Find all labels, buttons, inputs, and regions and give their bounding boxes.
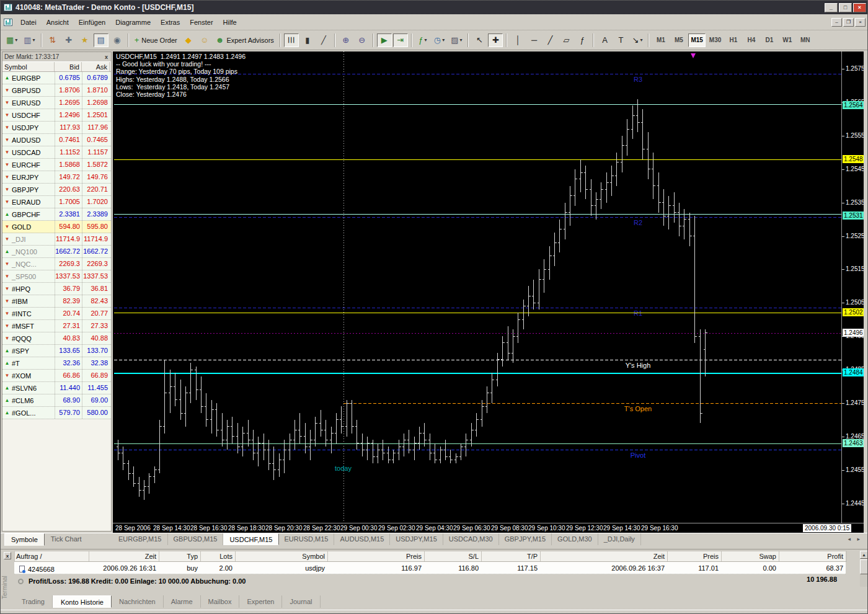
- order-row[interactable]: 42456682006.09.26 16:31buy2.00usdjpy116.…: [14, 562, 846, 574]
- timeframe-m1[interactable]: M1: [652, 33, 669, 47]
- text-button[interactable]: A: [597, 33, 612, 47]
- zoom-in-button[interactable]: ⊕: [339, 33, 353, 47]
- indicators-button[interactable]: ƒ▾: [415, 33, 430, 47]
- chart-tab-gbpusdm15[interactable]: GBPUSD,M15: [168, 533, 224, 545]
- terminal-tab-alarme[interactable]: Alarme: [164, 595, 201, 608]
- candlestick-button[interactable]: ▮: [300, 33, 315, 47]
- symbol-row[interactable]: ▼#MSFT27.3127.33: [2, 320, 111, 332]
- close-icon[interactable]: x: [4, 552, 11, 559]
- chart-tab-audusdm15[interactable]: AUDUSD,M15: [334, 533, 390, 545]
- timeframe-m15[interactable]: M15: [688, 33, 705, 47]
- symbol-row[interactable]: ▼#XOM66.8666.89: [2, 370, 111, 382]
- menu-item-diagramme[interactable]: Diagramme: [110, 16, 156, 29]
- symbol-row[interactable]: ▲#SLVN611.44011.455: [2, 382, 111, 394]
- symbol-row[interactable]: ▲#SPY133.65133.70: [2, 345, 111, 357]
- symbol-row[interactable]: ▼USDCHF1.24961.2501: [2, 109, 111, 122]
- cursor-button[interactable]: ↖: [472, 33, 487, 47]
- mdi-close-button[interactable]: ×: [855, 18, 866, 27]
- symbol-row[interactable]: ▼GBPUSD1.87061.8710: [2, 84, 111, 97]
- vertical-line-button[interactable]: │: [510, 33, 525, 47]
- templates-button[interactable]: ▨▾: [448, 33, 464, 47]
- zoom-out-button[interactable]: ⊖: [355, 33, 370, 47]
- symbol-row[interactable]: ▲GBPCHF2.33812.3389: [2, 208, 111, 221]
- symbol-row[interactable]: ▼#QQQ40.8340.88: [2, 332, 111, 345]
- tab-symbole[interactable]: Symbole: [4, 533, 45, 546]
- chart-tab-eurgbpm15[interactable]: EURGBP,M15: [113, 533, 168, 545]
- symbol-row[interactable]: ▲_NQ1001662.721662.72: [2, 246, 111, 258]
- symbol-row[interactable]: ▼EURAUD1.70051.7020: [2, 196, 111, 208]
- price-chart[interactable]: R3R2R1Y's HighT's OpenPivottoday: [114, 51, 841, 523]
- symbol-row[interactable]: ▲EURGBP0.67850.6789: [2, 72, 111, 84]
- minimize-button[interactable]: _: [825, 3, 838, 12]
- symbol-row[interactable]: ▼#HPQ36.7936.81: [2, 283, 111, 295]
- terminal-column-profit-11[interactable]: Profit: [779, 551, 846, 561]
- timeframe-w1[interactable]: W1: [779, 33, 795, 47]
- auto-scroll-button[interactable]: ▶: [377, 33, 392, 47]
- scroll-thumb[interactable]: [860, 559, 868, 574]
- price-axis[interactable]: 1.25751.25651.25551.25451.25351.25251.25…: [842, 51, 864, 523]
- timeframe-h1[interactable]: H1: [725, 33, 742, 47]
- terminal-column-preis-9[interactable]: Preis: [668, 551, 722, 561]
- mdi-minimize-button[interactable]: –: [831, 18, 842, 27]
- line-chart-button[interactable]: ╱: [316, 33, 331, 47]
- terminal-column-zeit-1[interactable]: Zeit: [89, 551, 159, 561]
- chart-tab-goldm30[interactable]: GOLD,M30: [552, 533, 598, 545]
- menu-item-fenster[interactable]: Fenster: [185, 16, 218, 29]
- new-order-button[interactable]: +Neue Order: [132, 33, 180, 47]
- symbol-row[interactable]: ▼EURUSD1.26951.2698: [2, 97, 111, 109]
- symbol-row[interactable]: ▲#CLM668.9069.00: [2, 394, 111, 407]
- column-header-ask[interactable]: Ask: [82, 62, 110, 71]
- time-axis[interactable]: 28 Sep 200628 Sep 14:3028 Sep 16:3028 Se…: [113, 523, 864, 533]
- tab-tick-chart[interactable]: Tick Chart: [45, 533, 88, 546]
- symbol-row[interactable]: ▼EURCHF1.58681.5872: [2, 159, 111, 171]
- terminal-column-typ-2[interactable]: Typ: [159, 551, 201, 561]
- maximize-button[interactable]: □: [839, 3, 852, 12]
- chart-tab-eurusdm15[interactable]: EURUSD,M15: [279, 533, 335, 545]
- trendline-button[interactable]: ╱: [542, 33, 557, 47]
- terminal-column-lots-3[interactable]: Lots: [201, 551, 236, 561]
- close-icon[interactable]: x: [104, 54, 109, 60]
- text-label-button[interactable]: T: [613, 33, 628, 47]
- chart-shift-button[interactable]: ⇥: [393, 33, 408, 47]
- symbol-row[interactable]: ▼USDJPY117.93117.96: [2, 122, 111, 134]
- chart-tab-djidaily[interactable]: _DJI,Daily: [598, 533, 641, 545]
- profiles-button[interactable]: ▥▾: [21, 33, 37, 47]
- chart-tab-usdjpym15[interactable]: USDJPY,M15: [390, 533, 443, 545]
- market-watch-toggle[interactable]: ⇅: [45, 33, 60, 47]
- menu-item-datei[interactable]: Datei: [16, 16, 42, 29]
- fibonacci-button[interactable]: ƒ: [575, 33, 590, 47]
- mdi-restore-button[interactable]: ❐: [843, 18, 854, 27]
- column-header-symbol[interactable]: Symbol: [2, 62, 55, 71]
- menu-item-hilfe[interactable]: Hilfe: [218, 16, 242, 29]
- tab-scroll-arrows[interactable]: ◂ ▸: [848, 533, 868, 542]
- terminal-tab-mailbox[interactable]: Mailbox: [201, 595, 240, 608]
- terminal-column-zeit-8[interactable]: Zeit: [541, 551, 668, 561]
- terminal-tab-journal[interactable]: Journal: [282, 595, 320, 608]
- close-button[interactable]: ×: [853, 3, 866, 12]
- symbol-row[interactable]: ▼AUDUSD0.74610.7465: [2, 134, 111, 146]
- alerts-button[interactable]: ◆: [181, 33, 196, 47]
- data-window-toggle[interactable]: ✚: [61, 33, 76, 47]
- terminal-scrollbar[interactable]: ▲: [860, 551, 868, 587]
- symbol-row[interactable]: ▼EURJPY149.72149.76: [2, 171, 111, 184]
- menu-item-ansicht[interactable]: Ansicht: [42, 16, 74, 29]
- symbol-row[interactable]: ▼#IBM82.3982.43: [2, 295, 111, 308]
- chart-tab-usdcadm30[interactable]: USDCAD,M30: [443, 533, 499, 545]
- symbol-row[interactable]: ▼USDCAD1.11521.1157: [2, 146, 111, 159]
- chart-tab-usdchfm15[interactable]: USDCHF,M15: [223, 533, 278, 545]
- terminal-column-sl-6[interactable]: S/L: [425, 551, 482, 561]
- menu-item-extras[interactable]: Extras: [156, 16, 185, 29]
- horizontal-line-button[interactable]: ─: [526, 33, 541, 47]
- symbol-row[interactable]: ▲#GOL...579.70580.00: [2, 407, 111, 419]
- timeframe-d1[interactable]: D1: [761, 33, 777, 47]
- scroll-up-icon[interactable]: ▲: [860, 551, 868, 559]
- terminal-column-symbol-4[interactable]: Symbol: [236, 551, 328, 561]
- terminal-tab-nachrichten[interactable]: Nachrichten: [112, 595, 164, 608]
- terminal-tab-experten[interactable]: Experten: [239, 595, 282, 608]
- timeframe-h4[interactable]: H4: [743, 33, 760, 47]
- terminal-column-tp-7[interactable]: T/P: [482, 551, 541, 561]
- timeframe-m30[interactable]: M30: [707, 33, 724, 47]
- metaeditor-button[interactable]: ☺: [197, 33, 212, 47]
- symbol-row[interactable]: ▼GOLD594.80595.80: [2, 221, 111, 233]
- strategy-tester-toggle[interactable]: ◉: [110, 33, 125, 47]
